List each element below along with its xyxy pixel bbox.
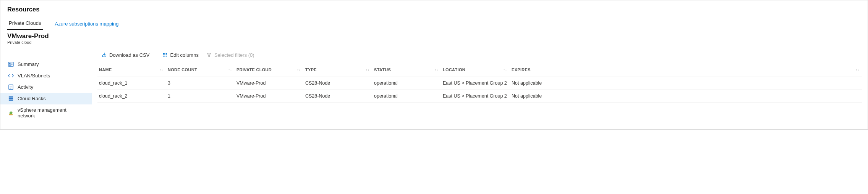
filter-icon [206, 52, 212, 58]
edit-columns-button[interactable]: Edit columns [159, 51, 202, 59]
sidebar-item-label: vSphere management network [18, 107, 84, 119]
svg-rect-16 [163, 55, 164, 55]
cell-location: East US > Placement Group 2 [441, 93, 510, 99]
sort-icon: ↑↓ [366, 68, 369, 72]
svg-rect-9 [9, 96, 13, 98]
racks-table: NAME↑↓ NODE COUNT↑↓ PRIVATE CLOUD↑↓ TYPE… [92, 63, 868, 103]
sort-icon: ↑↓ [434, 68, 438, 72]
tab-label: Private Clouds [9, 20, 41, 26]
download-csv-button[interactable]: Download as CSV [97, 51, 154, 59]
column-expires[interactable]: EXPIRES↑↓ [510, 67, 862, 72]
summary-icon [8, 61, 14, 67]
sidebar-item-cloud-racks[interactable]: Cloud Racks [0, 93, 92, 104]
cell-expires: Not applicable [510, 80, 862, 86]
table-header: NAME↑↓ NODE COUNT↑↓ PRIVATE CLOUD↑↓ TYPE… [97, 63, 862, 77]
sort-icon: ↑↓ [228, 68, 232, 72]
columns-icon [162, 52, 168, 58]
toolbar: Download as CSV Edit columns Selected fi… [92, 47, 868, 63]
sidebar-item-label: Activity [18, 84, 33, 90]
svg-rect-12 [9, 114, 13, 115]
tab-azure-subscriptions[interactable]: Azure subscriptions mapping [53, 21, 120, 30]
selected-filters-label: Selected filters (0) [214, 52, 254, 58]
sidebar-item-vsphere[interactable]: vSphere management network [0, 104, 92, 122]
svg-rect-18 [166, 55, 167, 55]
vlan-icon [8, 73, 14, 79]
sidebar-item-activity[interactable]: Activity [0, 82, 92, 93]
sidebar-item-summary[interactable]: Summary [0, 59, 92, 70]
sidebar-item-vlan[interactable]: VLAN/Subnets [0, 70, 92, 82]
sidebar: Summary VLAN/Subnets Activity Cloud Rack… [0, 47, 92, 129]
column-private-cloud[interactable]: PRIVATE CLOUD↑↓ [235, 67, 304, 72]
resource-type: Private cloud [7, 40, 861, 45]
svg-rect-20 [164, 56, 165, 56]
toolbar-divider [156, 51, 156, 59]
sort-icon: ↑↓ [855, 68, 859, 72]
page-title: Resources [7, 6, 861, 13]
svg-rect-14 [164, 53, 165, 54]
column-name[interactable]: NAME↑↓ [97, 67, 166, 72]
sort-icon: ↑↓ [503, 68, 507, 72]
cell-name: cloud_rack_2 [97, 93, 166, 99]
sort-icon: ↑↓ [159, 68, 163, 72]
cell-status: operational [372, 93, 441, 99]
sidebar-item-label: Cloud Racks [18, 96, 46, 101]
cell-expires: Not applicable [510, 93, 862, 99]
cell-node-count: 3 [166, 80, 235, 86]
download-csv-label: Download as CSV [109, 52, 150, 58]
cell-private-cloud: VMware-Prod [235, 80, 304, 86]
cell-private-cloud: VMware-Prod [235, 93, 304, 99]
tab-private-clouds[interactable]: Private Clouds [7, 20, 43, 30]
svg-rect-10 [9, 98, 13, 99]
table-row[interactable]: cloud_rack_2 1 VMware-Prod CS28-Node ope… [97, 90, 862, 103]
cell-name: cloud_rack_1 [97, 80, 166, 86]
cell-type: CS28-Node [304, 80, 372, 86]
edit-columns-label: Edit columns [170, 52, 199, 58]
svg-rect-1 [9, 63, 11, 64]
sort-icon: ↑↓ [297, 68, 301, 72]
cell-type: CS28-Node [304, 93, 372, 99]
selected-filters-button[interactable]: Selected filters (0) [202, 51, 258, 59]
table-row[interactable]: cloud_rack_1 3 VMware-Prod CS28-Node ope… [97, 77, 862, 90]
download-icon [101, 52, 107, 58]
svg-rect-0 [8, 62, 13, 66]
cell-node-count: 1 [166, 93, 235, 99]
svg-rect-13 [163, 53, 164, 54]
cell-status: operational [372, 80, 441, 86]
tab-label: Azure subscriptions mapping [55, 21, 119, 27]
svg-rect-19 [163, 56, 164, 56]
vsphere-icon [8, 110, 14, 116]
racks-icon [8, 96, 14, 101]
tabs: Private Clouds Azure subscriptions mappi… [0, 17, 868, 30]
svg-rect-21 [166, 56, 167, 56]
cell-location: East US > Placement Group 2 [441, 80, 510, 86]
resource-title: VMware-Prod [7, 32, 861, 40]
sidebar-item-label: Summary [18, 61, 39, 67]
column-status[interactable]: STATUS↑↓ [372, 67, 441, 72]
svg-rect-11 [9, 99, 13, 101]
svg-rect-17 [164, 55, 165, 55]
sidebar-item-label: VLAN/Subnets [18, 73, 50, 79]
content: Download as CSV Edit columns Selected fi… [92, 47, 868, 129]
column-type[interactable]: TYPE↑↓ [304, 67, 372, 72]
sub-header: VMware-Prod Private cloud [0, 30, 868, 47]
svg-rect-15 [166, 53, 167, 54]
activity-icon [8, 84, 14, 90]
column-location[interactable]: LOCATION↑↓ [441, 67, 510, 72]
column-node-count[interactable]: NODE COUNT↑↓ [166, 67, 235, 72]
page-header: Resources [0, 0, 868, 17]
